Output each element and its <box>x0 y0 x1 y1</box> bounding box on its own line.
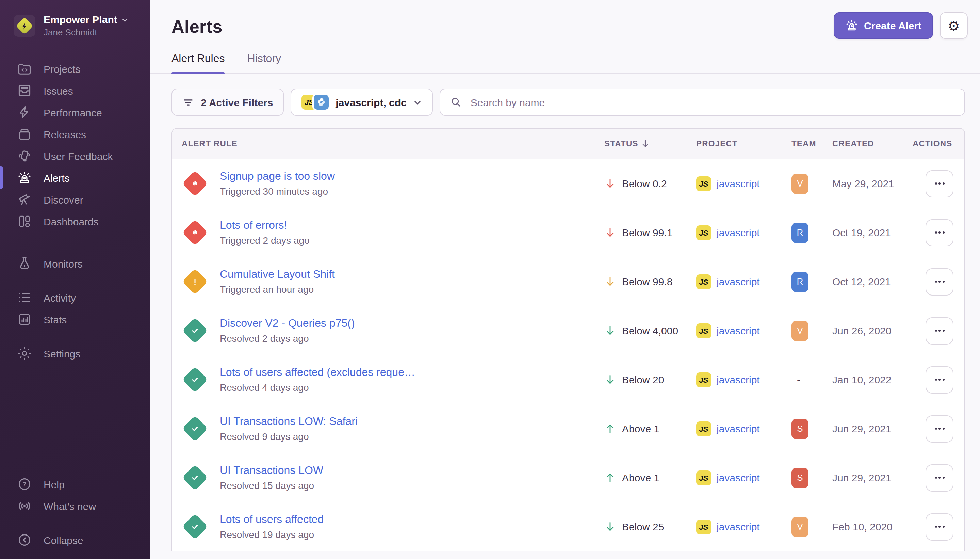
alert-rule-subtitle: Resolved 9 days ago <box>220 430 358 443</box>
project-cell: JSjavascript <box>696 421 792 436</box>
status-cell: Above 1 <box>604 423 696 434</box>
active-filters-button[interactable]: 2 Active Filters <box>172 89 284 116</box>
search-field[interactable] <box>440 89 965 116</box>
javascript-platform-icon: JS <box>696 225 711 240</box>
sidebar-nav-help: ? Help What's new <box>0 473 150 517</box>
table-row: Lots of errors!Triggered 2 days agoBelow… <box>172 208 964 257</box>
team-avatar: S <box>792 418 808 439</box>
page-title: Alerts <box>172 17 223 38</box>
row-actions-button[interactable] <box>926 219 954 246</box>
sidebar-item-releases[interactable]: Releases <box>0 123 150 145</box>
alert-rule-link[interactable]: Lots of errors! <box>220 218 310 233</box>
project-cell: JSjavascript <box>696 225 792 240</box>
javascript-platform-icon: JS <box>696 519 711 534</box>
project-badges: JS <box>302 95 329 110</box>
table-row: Signup page is too slowTriggered 30 minu… <box>172 159 964 208</box>
active-filters-label: 2 Active Filters <box>201 96 273 108</box>
create-alert-label: Create Alert <box>864 20 921 31</box>
row-actions-button[interactable] <box>926 268 954 295</box>
team-cell: R <box>792 271 832 292</box>
search-input[interactable] <box>469 96 955 109</box>
sidebar-item-whats-new[interactable]: What's new <box>0 495 150 517</box>
arrow-up-icon <box>604 472 616 483</box>
alert-severity-resolved-icon <box>182 465 208 491</box>
created-date: Oct 12, 2021 <box>832 276 912 287</box>
gear-icon <box>17 346 32 361</box>
gear-icon: ⚙ <box>948 19 960 32</box>
sidebar-item-projects[interactable]: Projects <box>0 58 150 79</box>
row-actions-button[interactable] <box>926 464 954 491</box>
collapse-circle-icon <box>17 533 32 547</box>
sidebar-item-help[interactable]: ? Help <box>0 473 150 495</box>
column-header-alert-rule: ALERT RULE <box>182 139 604 149</box>
flask-icon <box>17 256 32 271</box>
arrow-down-icon <box>604 178 616 189</box>
project-link[interactable]: javascript <box>717 178 760 189</box>
sidebar-item-discover[interactable]: Discover <box>0 189 150 210</box>
created-date: May 29, 2021 <box>832 178 912 189</box>
sidebar-item-stats[interactable]: Stats <box>0 308 150 330</box>
alert-rule-subtitle: Resolved 15 days ago <box>220 480 323 492</box>
column-header-status[interactable]: STATUS <box>604 139 696 149</box>
project-link[interactable]: javascript <box>717 227 760 238</box>
alert-settings-button[interactable]: ⚙ <box>940 12 968 39</box>
table-row: UI Transactions LOWResolved 15 days agoA… <box>172 453 964 502</box>
org-switcher[interactable]: Empower Plant Jane Schmidt <box>0 10 150 42</box>
alert-rule-link[interactable]: Cumulative Layout Shift <box>220 267 335 282</box>
list-icon <box>17 290 32 305</box>
sidebar-item-monitors[interactable]: Monitors <box>0 253 150 275</box>
python-platform-icon <box>314 95 329 110</box>
alert-severity-critical-icon <box>182 170 208 197</box>
sidebar-item-label: Issues <box>44 85 73 96</box>
javascript-platform-icon: JS <box>696 421 711 436</box>
row-actions-button[interactable] <box>926 366 954 393</box>
project-link[interactable]: javascript <box>717 374 760 385</box>
alert-rule-link[interactable]: Lots of users affected (excludes reque… <box>220 365 415 380</box>
row-actions-button[interactable] <box>926 317 954 344</box>
team-avatar: R <box>792 271 808 292</box>
row-actions-button[interactable] <box>926 170 954 197</box>
sidebar-item-performance[interactable]: Performance <box>0 101 150 123</box>
sidebar-item-label: Stats <box>44 314 67 325</box>
row-actions-button[interactable] <box>926 415 954 442</box>
sidebar-collapse-button[interactable]: Collapse <box>0 529 150 551</box>
sidebar-item-issues[interactable]: Issues <box>0 79 150 101</box>
org-name: Empower Plant <box>44 13 117 26</box>
sidebar-item-user-feedback[interactable]: User Feedback <box>0 145 150 167</box>
project-link[interactable]: javascript <box>717 276 760 287</box>
javascript-platform-icon: JS <box>696 372 711 387</box>
row-actions-button[interactable] <box>926 513 954 540</box>
alert-rule-link[interactable]: Discover V2 - Queries p75() <box>220 316 355 331</box>
chevron-down-icon <box>413 98 422 107</box>
sidebar-item-activity[interactable]: Activity <box>0 287 150 308</box>
team-avatar: V <box>792 173 808 194</box>
status-value: Above 1 <box>622 472 660 483</box>
project-link[interactable]: javascript <box>717 472 760 483</box>
table-row: Discover V2 - Queries p75()Resolved 2 da… <box>172 306 964 355</box>
team-cell: V <box>792 516 832 537</box>
status-value: Below 20 <box>622 374 664 385</box>
search-icon <box>450 96 462 108</box>
project-selector-button[interactable]: JS javascript, cdc <box>290 89 433 116</box>
team-cell: S <box>792 467 832 488</box>
bar-chart-icon <box>17 312 32 327</box>
team-cell: V <box>792 173 832 194</box>
table-row: UI Transactions LOW: SafariResolved 9 da… <box>172 404 964 453</box>
tab-history[interactable]: History <box>247 48 281 73</box>
alert-rule-link[interactable]: Lots of users affected <box>220 513 323 527</box>
sidebar-item-dashboards[interactable]: Dashboards <box>0 210 150 232</box>
arrow-down-icon <box>604 374 616 385</box>
sidebar-item-settings[interactable]: Settings <box>0 342 150 364</box>
project-link[interactable]: javascript <box>717 521 760 533</box>
telescope-icon <box>17 192 32 207</box>
tab-alert-rules[interactable]: Alert Rules <box>172 48 225 73</box>
alert-rule-link[interactable]: UI Transactions LOW: Safari <box>220 414 358 429</box>
project-link[interactable]: javascript <box>717 325 760 336</box>
project-link[interactable]: javascript <box>717 423 760 434</box>
status-cell: Above 1 <box>604 472 696 483</box>
sidebar-item-alerts[interactable]: Alerts <box>0 167 150 189</box>
alert-rule-link[interactable]: UI Transactions LOW <box>220 463 323 478</box>
alert-rule-link[interactable]: Signup page is too slow <box>220 169 335 184</box>
sidebar-item-label: Dashboards <box>44 215 99 227</box>
create-alert-button[interactable]: Create Alert <box>833 12 933 39</box>
